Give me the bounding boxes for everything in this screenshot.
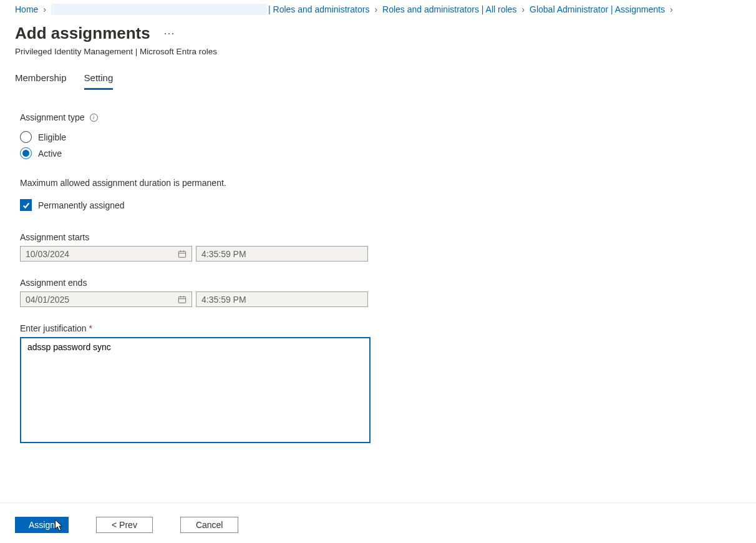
checkbox-icon <box>20 199 32 211</box>
assignment-starts-section: Assignment starts 10/03/2024 4:35:59 PM <box>20 232 741 262</box>
assignment-type-label-text: Assignment type <box>20 112 85 122</box>
tabs: Membership Setting <box>0 67 756 90</box>
assignment-ends-label: Assignment ends <box>20 278 741 288</box>
assignment-ends-date-input[interactable]: 04/01/2025 <box>20 291 192 307</box>
calendar-icon <box>178 295 187 304</box>
page-title: Add assignments <box>15 24 150 43</box>
radio-active[interactable]: Active <box>20 147 741 159</box>
assignment-ends-section: Assignment ends 04/01/2025 4:35:59 PM <box>20 278 741 307</box>
required-asterisk: * <box>89 323 92 333</box>
info-icon[interactable]: i <box>90 114 98 122</box>
breadcrumb-global[interactable]: Global Administrator | Assignments <box>530 4 665 14</box>
svg-rect-0 <box>178 251 185 257</box>
breadcrumb-redacted <box>51 4 267 15</box>
breadcrumb-roles1[interactable]: | Roles and administrators <box>268 4 369 14</box>
calendar-icon <box>178 250 187 258</box>
chevron-right-icon: › <box>374 4 377 14</box>
radio-icon <box>20 131 32 143</box>
assignment-starts-date-value: 10/03/2024 <box>26 249 69 259</box>
breadcrumb: Home › | Roles and administrators › Role… <box>0 0 756 16</box>
justification-label-text: Enter justification <box>20 323 87 333</box>
cancel-button[interactable]: Cancel <box>180 517 239 533</box>
assignment-starts-time-input[interactable]: 4:35:59 PM <box>196 246 368 262</box>
breadcrumb-roles2[interactable]: Roles and administrators | All roles <box>382 4 516 14</box>
assignment-ends-time-value: 4:35:59 PM <box>201 295 246 305</box>
footer: Assign < Prev Cancel <box>0 502 756 543</box>
tab-membership[interactable]: Membership <box>15 67 67 90</box>
justification-section: Enter justification * <box>20 323 741 445</box>
form: Assignment type i Eligible Active Maximu… <box>0 112 756 445</box>
breadcrumb-home[interactable]: Home <box>15 4 38 14</box>
assignment-ends-time-input[interactable]: 4:35:59 PM <box>196 291 368 307</box>
tab-setting[interactable]: Setting <box>84 67 114 90</box>
assignment-type-label: Assignment type i <box>20 112 98 122</box>
page-header: Add assignments ··· <box>0 16 756 47</box>
chevron-right-icon: › <box>521 4 525 14</box>
justification-textarea[interactable] <box>20 337 371 443</box>
assignment-ends-date-value: 04/01/2025 <box>26 295 69 305</box>
radio-icon <box>20 147 32 159</box>
radio-eligible-label: Eligible <box>38 132 66 142</box>
svg-rect-4 <box>178 296 185 303</box>
assignment-starts-date-input[interactable]: 10/03/2024 <box>20 246 192 262</box>
checkbox-permanent-label: Permanently assigned <box>38 200 125 210</box>
assignment-starts-time-value: 4:35:59 PM <box>201 249 246 259</box>
assign-button[interactable]: Assign <box>15 517 69 533</box>
more-actions-icon[interactable]: ··· <box>164 27 175 40</box>
assignment-starts-label: Assignment starts <box>20 232 741 242</box>
prev-button[interactable]: < Prev <box>96 517 153 533</box>
radio-eligible[interactable]: Eligible <box>20 131 741 143</box>
justification-label: Enter justification * <box>20 323 741 333</box>
chevron-right-icon: › <box>43 4 46 14</box>
chevron-right-icon: › <box>670 4 673 14</box>
radio-active-label: Active <box>38 149 62 159</box>
duration-note: Maximum allowed assignment duration is p… <box>20 178 741 188</box>
checkbox-permanent[interactable]: Permanently assigned <box>20 199 741 211</box>
page-subtitle: Privileged Identity Management | Microso… <box>0 47 756 67</box>
